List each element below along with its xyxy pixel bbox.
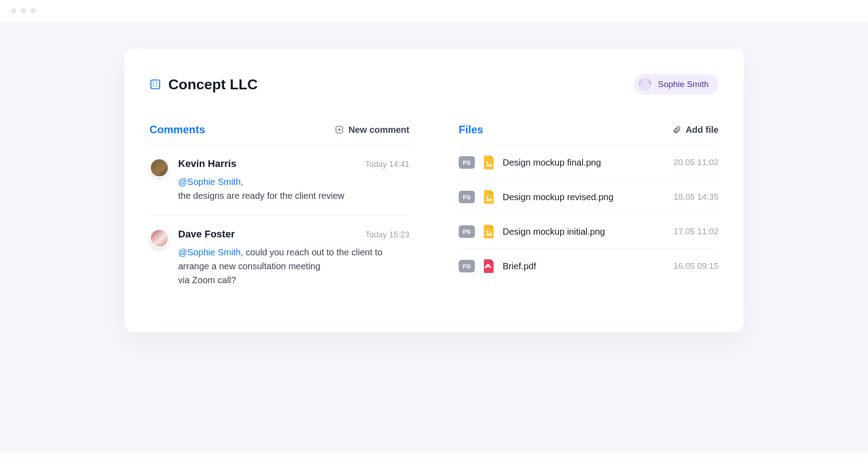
image-file-icon — [483, 224, 495, 239]
file-name: Brief.pdf — [503, 261, 666, 272]
comment-author: Kevin Harris — [178, 158, 237, 170]
comments-title: Comments — [149, 123, 205, 136]
title-group: Concept LLC — [149, 76, 258, 93]
svg-point-12 — [487, 231, 488, 232]
comment-head: Dave Foster Today 15:23 — [178, 228, 409, 240]
comment-time: Today 15:23 — [365, 230, 409, 240]
file-name: Design mockup final.png — [503, 158, 666, 168]
file-time: 16.05 09:15 — [674, 261, 719, 271]
mention[interactable]: @Sophie Smith — [178, 177, 241, 187]
page-title: Concept LLC — [168, 76, 258, 93]
comment-time: Today 14:41 — [365, 160, 409, 169]
columns: Comments New comment Kevin Harris — [149, 123, 719, 300]
card-header: Concept LLC Sophie Smith — [149, 74, 719, 95]
pdf-file-icon — [483, 259, 495, 273]
uploader-badge: FG — [459, 260, 475, 272]
file-row[interactable]: PS Design mockup final.png 20.05 11:02 — [459, 145, 719, 180]
page-background: Concept LLC Sophie Smith Comments New — [0, 22, 868, 453]
comment-item: Dave Foster Today 15:23 @Sophie Smith, c… — [149, 216, 409, 300]
comment-body: Dave Foster Today 15:23 @Sophie Smith, c… — [178, 228, 409, 287]
svg-point-11 — [487, 196, 488, 198]
record-card: Concept LLC Sophie Smith Comments New — [124, 49, 744, 332]
image-file-icon — [483, 155, 495, 170]
plus-square-icon — [335, 125, 344, 134]
comment-fragment: arrange a new consultation meeting — [178, 261, 320, 271]
comment-item: Kevin Harris Today 14:41 @Sophie Smith, … — [149, 145, 409, 216]
assigned-user-name: Sophie Smith — [658, 79, 709, 89]
comment-text: @Sophie Smith, could you reach out to th… — [178, 245, 409, 287]
file-time: 20.05 11:02 — [674, 158, 719, 167]
file-name: Design mockup revised.png — [503, 192, 666, 202]
file-name: Design mockup initial.png — [503, 227, 666, 237]
file-row[interactable]: PS Design mockup revised.png 18.05 14:35 — [459, 180, 719, 215]
comment-fragment: , — [241, 177, 243, 187]
new-comment-button[interactable]: New comment — [335, 125, 409, 135]
window-dot — [31, 8, 36, 13]
uploader-badge: PS — [459, 191, 475, 203]
file-time: 18.05 14:35 — [674, 192, 719, 202]
comments-header: Comments New comment — [149, 123, 409, 145]
window-dot — [11, 8, 16, 13]
file-time: 17.05 11:02 — [674, 227, 719, 236]
add-file-button[interactable]: Add file — [672, 125, 719, 135]
assigned-user-chip[interactable]: Sophie Smith — [634, 74, 719, 95]
uploader-badge: PS — [459, 156, 475, 169]
uploader-badge: PS — [459, 225, 475, 238]
files-column: Files Add file PS Design mockup final.pn… — [459, 123, 719, 300]
avatar — [149, 228, 169, 248]
files-title: Files — [459, 123, 483, 136]
files-header: Files Add file — [459, 123, 719, 145]
file-row[interactable]: FG Brief.pdf 16.05 09:15 — [459, 249, 719, 283]
paperclip-icon — [672, 125, 681, 134]
svg-rect-0 — [151, 80, 160, 89]
window-dot — [21, 8, 26, 13]
comment-fragment: , could you reach out to the client to — [241, 247, 382, 257]
avatar — [149, 158, 169, 178]
mention[interactable]: @Sophie Smith — [178, 247, 241, 257]
comments-column: Comments New comment Kevin Harris — [149, 123, 409, 300]
add-file-label: Add file — [686, 125, 719, 135]
file-row[interactable]: PS Design mockup initial.png 17.05 11:02 — [459, 215, 719, 249]
comment-head: Kevin Harris Today 14:41 — [178, 158, 409, 170]
svg-point-10 — [487, 162, 488, 163]
image-file-icon — [483, 190, 495, 204]
window-chrome — [0, 0, 868, 22]
company-icon — [149, 79, 161, 90]
new-comment-label: New comment — [348, 125, 409, 135]
avatar — [637, 77, 653, 92]
comment-fragment: the designs are ready for the client rev… — [178, 191, 344, 201]
comment-text: @Sophie Smith, the designs are ready for… — [178, 175, 409, 203]
comment-body: Kevin Harris Today 14:41 @Sophie Smith, … — [178, 158, 409, 203]
comment-author: Dave Foster — [178, 228, 235, 240]
comment-fragment: via Zoom call? — [178, 275, 236, 285]
